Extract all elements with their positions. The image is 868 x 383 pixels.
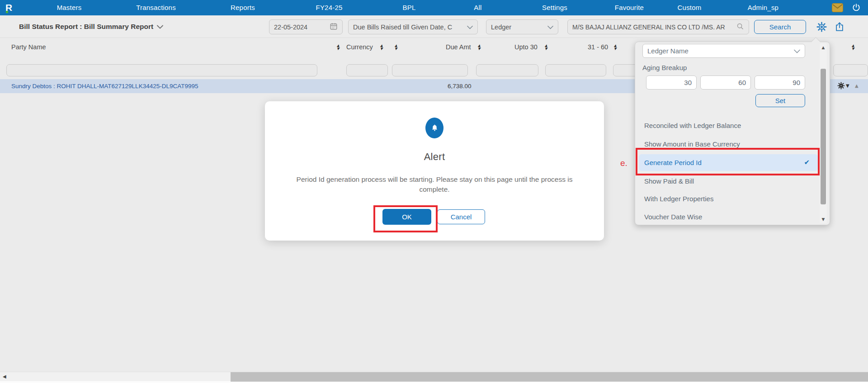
set-button[interactable]: Set [755,94,805,107]
option-reconciled-with-ledger-balance[interactable]: Reconciled with Ledger Balance [639,117,818,134]
page-title: Bill Status Report : Bill Summary Report [19,23,153,31]
nav-item-admin-sp[interactable]: Admin_sp [748,0,778,15]
row-due-amt: 6,738.00 [448,79,472,93]
panel-scrollbar[interactable]: ▲ ▼ [820,43,827,223]
nav-item-favourite[interactable]: Favourite [615,0,644,15]
cancel-button[interactable]: Cancel [437,209,485,224]
col-header-upto-30: Upto 30 [514,38,538,56]
scroll-left-icon[interactable]: ◀ [3,374,6,379]
horizontal-scrollbar-thumb[interactable] [231,372,868,382]
filter-last-col[interactable] [833,64,868,76]
horizontal-scrollbar[interactable]: ◀ [0,372,868,381]
col-header-31-60: 31 - 60 [588,38,608,56]
chevron-down-icon [547,24,553,31]
chevron-down-icon [157,23,163,31]
filter-31-60[interactable] [545,64,606,76]
row-party-name-link[interactable]: Sundry Debtos : ROHIT DHALL-MAT627129LLK… [11,79,198,93]
scroll-down-icon[interactable]: ▼ [820,217,827,222]
app-screen: R Masters Transactions Reports FY24-25 B… [0,0,868,383]
option-show-amount-in-base-currency[interactable]: Show Amount in Base Currency [639,136,818,152]
ledger-name-select[interactable]: Ledger Name [642,44,805,58]
filter-currency[interactable] [346,64,388,76]
sort-icon-currency[interactable]: ▲▼ [380,44,383,50]
nav-item-all[interactable]: All [474,0,481,15]
chevron-down-icon: ▼ [846,83,849,88]
search-icon [736,23,744,32]
export-icon[interactable] [835,22,844,33]
top-nav: R Masters Transactions Reports FY24-25 B… [0,0,868,15]
nav-item-reports[interactable]: Reports [231,0,255,15]
col-header-due-amt: Due Amt [446,38,471,56]
aging-input-90[interactable] [755,76,805,90]
party-search-value: M/S BAJAJ ALLIANZ GENERAL INS CO LTD /MS… [572,24,736,31]
search-button[interactable]: Search [754,20,806,34]
col-header-party-name: Party Name [11,38,46,56]
filter-upto-30[interactable] [476,64,538,76]
scroll-up-icon[interactable]: ▲ [820,45,827,50]
aging-breakup-label: Aging Breakup [642,64,687,71]
aging-input-60[interactable] [700,76,751,90]
filter-due-amt[interactable] [392,64,468,76]
report-title-dropdown[interactable]: Bill Status Report : Bill Summary Report [19,15,163,38]
option-show-paid-and-bill[interactable]: Show Paid & Bill [639,173,818,189]
date-input[interactable]: 22-05-2024 [269,19,343,34]
aging-input-30[interactable] [646,76,697,90]
option-with-ledger-properties[interactable]: With Ledger Properties [639,190,818,207]
check-icon: ✔ [804,154,810,171]
nav-item-bpl[interactable]: BPL [403,0,416,15]
option-generate-period-id-label: Generate Period Id [644,159,702,166]
alert-title: Alert [265,151,604,163]
ledger-dropdown[interactable]: Ledger [486,19,558,34]
due-bills-value: Due Bills Raised till Given Date, C [353,24,467,31]
sort-icon-extra[interactable]: ▲▼ [395,44,397,50]
sort-icon-due-amt[interactable]: ▲▼ [478,44,481,50]
due-bills-dropdown[interactable]: Due Bills Raised till Given Date, C [348,19,478,34]
gear-icon[interactable] [816,22,827,34]
logo-green-dot [6,11,8,13]
option-voucher-date-wise[interactable]: Voucher Date Wise [639,208,818,225]
col-header-currency: Currency [346,38,373,56]
sort-icon-31-60[interactable]: ▲▼ [614,44,617,50]
mail-icon[interactable] [832,3,843,14]
ledger-value: Ledger [491,24,547,31]
annotation-step-label: e. [620,158,627,168]
party-search-box[interactable]: M/S BAJAJ ALLIANZ GENERAL INS CO LTD /MS… [567,19,749,34]
ok-button[interactable]: OK [382,209,431,225]
nav-item-masters[interactable]: Masters [57,0,82,15]
nav-item-custom[interactable]: Custom [678,0,702,15]
nav-item-fy24-25[interactable]: FY24-25 [316,0,343,15]
sort-icon-upto-30[interactable]: ▲▼ [545,44,547,50]
alert-message: Period Id generation process will be sta… [281,175,588,194]
grid-scroll-up-icon[interactable]: ▲ [855,83,859,88]
alert-dialog: Alert Period Id generation process will … [265,101,604,241]
chevron-down-icon [794,47,800,55]
report-toolbar: Bill Status Report : Bill Summary Report… [0,15,868,38]
option-generate-period-id[interactable]: Generate Period Id ✔ [639,154,818,171]
app-logo[interactable]: R [5,2,18,14]
panel-scrollbar-thumb[interactable] [821,69,826,204]
row-gear-menu[interactable]: ▼ [837,82,849,90]
chevron-down-icon [467,24,473,31]
date-value: 22-05-2024 [274,24,330,31]
power-icon[interactable] [852,3,861,14]
report-settings-panel: Ledger Name Aging Breakup Set Reconciled… [635,42,830,225]
nav-item-settings[interactable]: Settings [542,0,567,15]
ledger-name-placeholder: Ledger Name [647,47,794,55]
calendar-icon[interactable] [330,22,338,32]
filter-party-name[interactable] [6,64,317,76]
sort-icon-party-name[interactable]: ▲▼ [337,44,340,50]
nav-item-transactions[interactable]: Transactions [136,0,176,15]
sort-icon-last-col[interactable]: ▲▼ [852,44,854,50]
bell-icon [425,118,443,138]
